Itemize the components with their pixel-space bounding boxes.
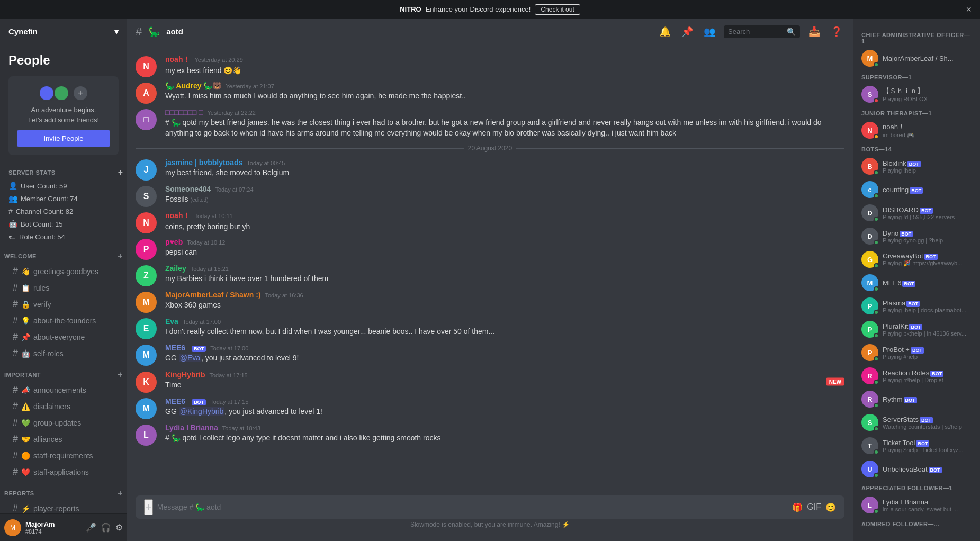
member-item[interactable]: SServerStatsBOTWatching counterstats | s…	[857, 411, 976, 434]
member-item[interactable]: GGiveawayBotBOTPlaying 🎉 https://giveawa…	[857, 248, 976, 271]
deafen-button[interactable]: 🎧	[101, 522, 111, 533]
add-channel-button-reports[interactable]: +	[118, 489, 123, 498]
member-item[interactable]: BBloxlinkBOTPlaying !help	[857, 155, 976, 178]
message-author[interactable]: noah！	[165, 55, 190, 65]
stat-user-count-label: User Count: 59	[21, 182, 67, 190]
settings-button[interactable]: ⚙	[115, 522, 123, 533]
message-author[interactable]: KingHybrib	[165, 371, 205, 379]
message-input[interactable]	[157, 498, 788, 517]
channel-emoji: 💚	[21, 419, 30, 427]
member-item[interactable]: PPlasmaBOTPlaying .help | docs.plasmabot…	[857, 294, 976, 318]
member-item[interactable]: TTicket ToolBOTPlaying $help | TicketToo…	[857, 434, 976, 457]
invite-people-button[interactable]: Invite People	[17, 130, 110, 147]
member-item[interactable]: DDynoBOTPlaying dyno.gg | ?help	[857, 224, 976, 248]
member-item[interactable]: MMEE6BOT	[857, 271, 976, 294]
add-attachment-button[interactable]: +	[144, 499, 153, 515]
channel-about-everyone[interactable]: # 📌 about-everyone	[4, 329, 123, 345]
member-item[interactable]: Nnoah！im bored 🎮	[857, 119, 976, 142]
member-item[interactable]: PPluralKitBOTPlaying pk;help | in 46136 …	[857, 318, 976, 341]
member-name: MajorAmberLeaf / Sh...	[883, 55, 954, 62]
hash-icon: #	[13, 315, 18, 326]
channel-verify[interactable]: # 🔒 verify	[4, 296, 123, 312]
message-author[interactable]: noah！	[165, 211, 190, 221]
pin-button[interactable]: 📌	[679, 24, 695, 40]
member-item[interactable]: ccountingBOT	[857, 178, 976, 201]
message-author[interactable]: Lydia I Brianna	[165, 423, 218, 432]
emoji-button[interactable]: 😊	[825, 502, 836, 512]
gift-button[interactable]: 🎁	[792, 502, 803, 512]
member-status-text: im bored 🎮	[883, 132, 914, 139]
search-input[interactable]	[728, 28, 785, 35]
channel-name-player-reports: player-reports	[33, 504, 79, 513]
hash-icon: #	[13, 401, 18, 412]
category-important[interactable]: IMPORTANT +	[0, 362, 127, 382]
message-author[interactable]: MEE6	[165, 397, 185, 405]
member-name: noah！	[883, 122, 914, 132]
category-reports[interactable]: REPORTS +	[0, 480, 127, 500]
messages-area[interactable]: Nnoah！Yesterday at 20:29my ex best frien…	[127, 44, 853, 495]
inbox-button[interactable]: 📥	[806, 24, 822, 40]
category-welcome[interactable]: WELCOME +	[0, 243, 127, 263]
member-item[interactable]: S【Ｓｈｉｎ】Playing ROBLOX	[857, 83, 976, 106]
member-avatar: N	[861, 122, 878, 139]
member-item[interactable]: DDISBOARDBOTPlaying !d | 595,822 servers	[857, 201, 976, 224]
member-name: countingBOT	[883, 186, 923, 194]
message-author[interactable]: Zailey	[165, 264, 186, 273]
server-stats-add-button[interactable]: +	[118, 168, 123, 177]
channel-player-reports[interactable]: # ⚡ player-reports	[4, 500, 123, 513]
add-channel-button-important[interactable]: +	[118, 370, 123, 380]
help-button[interactable]: ❓	[829, 24, 844, 40]
member-item[interactable]: MMajorAmberLeaf / Sh...	[857, 47, 976, 70]
check-it-out-button[interactable]: Check it out	[535, 4, 580, 15]
channel-emoji: 🤝	[21, 435, 30, 444]
message-content: jasmine | bvbblytoadsToday at 00:45my be…	[165, 158, 844, 181]
message-author[interactable]: p♥eb	[165, 238, 183, 246]
gif-button[interactable]: GIF	[807, 502, 821, 512]
add-channel-button-welcome[interactable]: +	[118, 251, 123, 261]
server-name-header[interactable]: Cynefin ▾	[0, 19, 127, 44]
member-item[interactable]: PProBot +BOTPlaying #help	[857, 341, 976, 364]
message-header: 🦕 Audrey 🦕🐻Yesterday at 21:07	[165, 82, 844, 90]
message-author[interactable]: 🦕 Audrey 🦕🐻	[165, 82, 222, 90]
channel-announcements[interactable]: # 📣 announcements	[4, 382, 123, 398]
message-author[interactable]: MEE6	[165, 344, 185, 352]
members-button[interactable]: 👥	[702, 24, 717, 40]
message-author[interactable]: Eva	[165, 317, 178, 326]
nitro-logo: NITRO	[400, 5, 421, 13]
nitro-bar-close-button[interactable]: ×	[966, 5, 972, 14]
message-author[interactable]: MajorAmberLeaf / Shawn :)	[165, 291, 260, 299]
message-author[interactable]: jasmine | bvbblytoads	[165, 158, 242, 167]
member-item[interactable]: RReaction RolesBOTPlaying rr!help | Drop…	[857, 364, 976, 387]
channel-staff-requirements[interactable]: # 🟠 staff-requirements	[4, 447, 123, 464]
member-item[interactable]: UUnbelievaBoatBOT	[857, 457, 976, 481]
current-user-tag: #8174	[25, 528, 82, 535]
mention[interactable]: @KingHybrib	[179, 407, 225, 416]
category-important-label: IMPORTANT	[4, 372, 41, 378]
message-author[interactable]: Someone404	[165, 185, 211, 193]
bot-tag: BOT	[930, 371, 943, 377]
channel-self-roles[interactable]: # 🤖 self-roles	[4, 345, 123, 362]
channel-rules[interactable]: # 📋 rules	[4, 279, 123, 296]
channel-group-updates[interactable]: # 💚 group-updates	[4, 414, 123, 431]
channel-about-founders[interactable]: # 💡 about-the-founders	[4, 312, 123, 329]
message-text: GG @KingHybrib, you just advanced to lev…	[165, 407, 844, 417]
message-author[interactable]: □□□□□□□ □	[165, 108, 203, 116]
search-box[interactable]: 🔍	[724, 25, 800, 38]
member-info: noah！im bored 🎮	[883, 122, 914, 139]
mute-button[interactable]: 🎤	[86, 522, 96, 533]
channel-emoji: 📌	[21, 333, 30, 341]
message-timestamp: Today at 15:21	[191, 266, 229, 272]
channel-disclaimers[interactable]: # ⚠️ disclaimers	[4, 398, 123, 414]
hash-icon: #	[13, 450, 18, 461]
mention[interactable]: @Eva	[179, 354, 201, 362]
member-item[interactable]: LLydia I Briannaim a sour candy, sweet b…	[857, 493, 976, 517]
channel-alliances[interactable]: # 🤝 alliances	[4, 431, 123, 447]
channel-greetings-goodbyes[interactable]: # 👋 greetings-goodbyes	[4, 263, 123, 279]
member-item[interactable]: RRythmBOT	[857, 387, 976, 411]
date-divider: 20 August 2020	[127, 140, 853, 156]
notifications-button[interactable]: 🔔	[657, 24, 673, 40]
message-group: KKingHybribToday at 17:15TimeNEW	[127, 368, 853, 395]
member-info: UnbelievaBoatBOT	[883, 465, 942, 473]
channel-emoji: ❤️	[21, 468, 30, 476]
channel-staff-applications[interactable]: # ❤️ staff-applications	[4, 464, 123, 480]
